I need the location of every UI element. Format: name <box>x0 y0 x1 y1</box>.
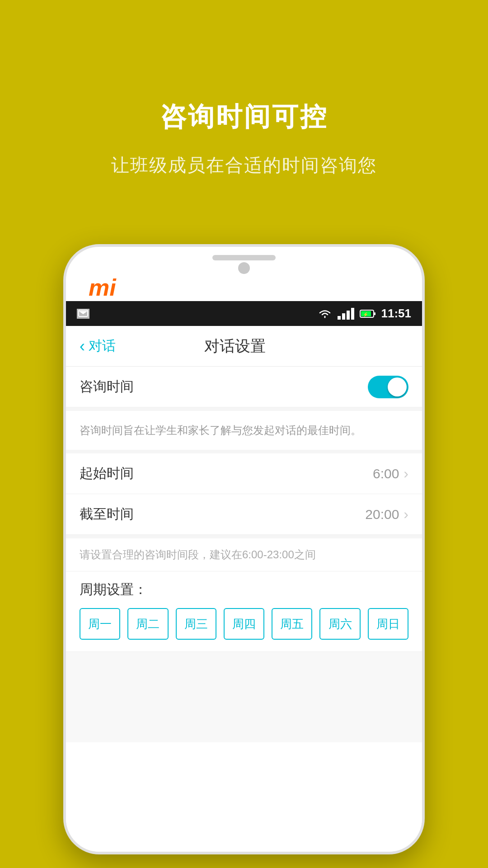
weekday-btn-5[interactable]: 周六 <box>319 608 360 640</box>
end-time-value-container: 20:00 › <box>365 506 408 523</box>
weekday-btn-3[interactable]: 周四 <box>224 608 264 640</box>
page-indicators <box>0 833 488 841</box>
weekdays-row: 周一周二周三周四周五周六周日 <box>80 608 408 647</box>
phone-screen: ⚡ 11:51 ‹ 对话 对话设置 咨询时间 <box>66 301 422 852</box>
phone-top-decorations <box>212 255 276 274</box>
description-text: 咨询时间旨在让学生和家长了解与您发起对话的最佳时间。 <box>80 424 361 436</box>
divider-1 <box>66 450 422 453</box>
status-right: ⚡ 11:51 <box>318 307 412 321</box>
start-time-value-container: 6:00 › <box>373 465 408 482</box>
start-time-label: 起始时间 <box>80 464 134 483</box>
svg-rect-4 <box>374 312 375 315</box>
page-dot-3[interactable] <box>257 833 265 841</box>
start-time-chevron-icon: › <box>404 465 408 482</box>
header-section: 咨询时间可控 让班级成员在合适的时间咨询您 <box>0 99 488 178</box>
end-time-chevron-icon: › <box>404 506 408 523</box>
period-section: 周期设置： 周一周二周三周四周五周六周日 <box>66 571 422 652</box>
page-dot-1[interactable] <box>223 833 231 841</box>
hint-text: 请设置合理的咨询时间段，建议在6:00-23:00之间 <box>80 548 316 561</box>
weekday-btn-1[interactable]: 周二 <box>127 608 168 640</box>
nav-bar: ‹ 对话 对话设置 <box>66 326 422 367</box>
toggle-knob <box>388 377 407 396</box>
main-title: 咨询时间可控 <box>0 99 488 135</box>
svg-text:⚡: ⚡ <box>363 311 369 317</box>
signal-icon <box>338 308 354 320</box>
svg-marker-1 <box>79 311 88 314</box>
phone-mockup: mi <box>63 244 425 854</box>
notification-icon <box>77 309 89 319</box>
phone-camera <box>238 262 250 274</box>
end-time-row[interactable]: 截至时间 20:00 › <box>66 494 422 535</box>
back-arrow-icon: ‹ <box>80 337 85 356</box>
bottom-content <box>66 652 422 742</box>
period-label: 周期设置： <box>80 580 408 599</box>
back-button[interactable]: ‹ 对话 <box>80 337 116 356</box>
consulting-time-label: 咨询时间 <box>80 377 134 396</box>
end-time-label: 截至时间 <box>80 505 134 524</box>
phone-logo-area: mi <box>89 274 116 301</box>
description-box: 咨询时间旨在让学生和家长了解与您发起对话的最佳时间。 <box>66 411 422 450</box>
status-left <box>77 309 89 319</box>
content-area: 咨询时间 咨询时间旨在让学生和家长了解与您发起对话的最佳时间。 起始时间 6:0… <box>66 367 422 742</box>
start-time-row[interactable]: 起始时间 6:00 › <box>66 453 422 494</box>
status-time: 11:51 <box>381 307 412 321</box>
weekday-btn-0[interactable]: 周一 <box>80 608 120 640</box>
status-bar: ⚡ 11:51 <box>66 301 422 326</box>
consulting-time-row: 咨询时间 <box>66 367 422 407</box>
sub-title: 让班级成员在合适的时间咨询您 <box>0 153 488 178</box>
page-dot-2[interactable] <box>240 833 248 841</box>
weekday-btn-2[interactable]: 周三 <box>176 608 216 640</box>
wifi-icon <box>318 308 332 319</box>
consulting-time-toggle[interactable] <box>368 376 408 398</box>
weekday-btn-4[interactable]: 周五 <box>272 608 312 640</box>
hint-box: 请设置合理的咨询时间段，建议在6:00-23:00之间 <box>66 538 422 571</box>
start-time-value: 6:00 <box>373 466 399 481</box>
end-time-value: 20:00 <box>365 507 399 522</box>
phone-speaker <box>212 255 276 260</box>
mi-logo: mi <box>89 274 116 301</box>
back-label: 对话 <box>89 337 116 355</box>
nav-title: 对话设置 <box>116 336 354 357</box>
weekday-btn-6[interactable]: 周日 <box>368 608 408 640</box>
battery-icon: ⚡ <box>360 309 376 318</box>
